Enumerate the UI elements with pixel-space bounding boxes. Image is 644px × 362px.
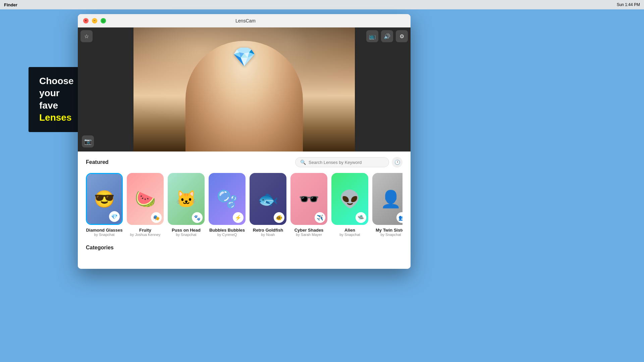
settings-icon: ⚙ bbox=[399, 33, 404, 40]
camera-preview-inner: 💎 bbox=[133, 27, 355, 152]
lens-name: Retro Goldfish bbox=[253, 228, 283, 233]
camera-preview: 💎 bbox=[133, 27, 355, 152]
lens-item[interactable]: 🐟🐠Retro Goldfishby Noah bbox=[250, 173, 286, 237]
window-controls: × − □ bbox=[83, 18, 106, 23]
history-button[interactable]: 🕐 bbox=[392, 157, 402, 168]
lens-name: Diamond Glasses bbox=[86, 228, 122, 233]
categories-title: Categories bbox=[86, 245, 402, 251]
menu-bar: Finder Sun 1:44 PM bbox=[0, 0, 644, 9]
lens-item[interactable]: 👤👥My Twin Sisterby Snapchat bbox=[372, 173, 402, 237]
lens-item[interactable]: 😎💎Diamond Glassesby Snapchat bbox=[86, 173, 123, 237]
lens-name: Puss on Head bbox=[172, 228, 201, 233]
featured-section: Featured 🔍 🕐 😎💎Diamond Glassesby Snapcha… bbox=[78, 152, 411, 269]
lens-thumbnail: 🐟🐠 bbox=[250, 173, 286, 225]
lens-thumbnail: 😎💎 bbox=[86, 173, 123, 225]
lens-author: by Snapchat bbox=[176, 233, 196, 237]
lens-author: by Joshua Kenney bbox=[130, 233, 161, 237]
search-input[interactable] bbox=[309, 160, 384, 165]
camera-area: ☆ 💎 📺 🔊 ⚙ 📷 bbox=[78, 27, 411, 152]
lens-name: My Twin Sister bbox=[376, 228, 402, 233]
menubar-time: Sun 1:44 PM bbox=[617, 2, 640, 7]
lens-author: by Snapchat bbox=[94, 233, 114, 237]
lens-item[interactable]: 🍉🎭Fruityby Joshua Kenney bbox=[127, 173, 164, 237]
search-area: 🔍 🕐 bbox=[295, 157, 402, 168]
camera-icon: 📷 bbox=[84, 138, 92, 145]
lens-thumbnail: 👤👥 bbox=[372, 173, 402, 225]
lens-thumbnail: 🐱🐾 bbox=[168, 173, 205, 225]
lens-item[interactable]: 🐱🐾Puss on Headby Snapchat bbox=[168, 173, 205, 237]
lens-thumbnail: 🫧⚡ bbox=[209, 173, 246, 225]
featured-title: Featured bbox=[86, 159, 109, 165]
lens-creator-avatar: 🎭 bbox=[151, 212, 162, 223]
lens-creator-avatar: ⚡ bbox=[233, 212, 244, 223]
lens-creator-avatar: 🐠 bbox=[274, 212, 284, 223]
lens-creator-avatar: 💎 bbox=[109, 211, 120, 222]
menu-bar-left: Finder bbox=[4, 2, 17, 7]
window-title: LensCam bbox=[235, 18, 256, 23]
history-icon: 🕐 bbox=[394, 160, 400, 165]
lens-name: Cyber Shades bbox=[294, 228, 324, 233]
title-bar: × − □ LensCam bbox=[78, 14, 411, 27]
lens-name: Bubbles Bubbles bbox=[209, 228, 245, 233]
lens-thumbnail: 🕶️✈️ bbox=[290, 173, 327, 225]
capture-button[interactable]: 📷 bbox=[82, 135, 94, 147]
volume-icon: 🔊 bbox=[384, 33, 390, 40]
lens-author: by Noah bbox=[261, 233, 275, 237]
maximize-button[interactable]: □ bbox=[101, 18, 106, 23]
lens-thumbnail: 👽🛸 bbox=[331, 173, 368, 225]
app-window: × − □ LensCam ☆ 💎 bbox=[78, 14, 411, 269]
search-box: 🔍 bbox=[295, 157, 389, 167]
lens-author: by Sarah Mayer bbox=[296, 233, 322, 237]
lens-name: Alien bbox=[344, 228, 355, 233]
settings-button[interactable]: ⚙ bbox=[396, 30, 408, 42]
lens-item[interactable]: 👽🛸Alienby Snapchat bbox=[331, 173, 368, 237]
close-button[interactable]: × bbox=[83, 18, 89, 23]
lens-author: by CyreneQ bbox=[217, 233, 237, 237]
lens-author: by Snapchat bbox=[380, 233, 401, 237]
lens-author: by Snapchat bbox=[339, 233, 360, 237]
finder-label: Finder bbox=[4, 2, 17, 7]
lens-item[interactable]: 🫧⚡Bubbles Bubblesby CyreneQ bbox=[209, 173, 246, 237]
star-icon: ☆ bbox=[84, 33, 89, 40]
lens-item[interactable]: 🕶️✈️Cyber Shadesby Sarah Mayer bbox=[290, 173, 327, 237]
glasses-overlay: 💎 bbox=[232, 46, 256, 68]
twitch-button[interactable]: 📺 bbox=[366, 30, 378, 42]
menu-bar-right: Sun 1:44 PM bbox=[617, 2, 640, 7]
favorite-button[interactable]: ☆ bbox=[80, 30, 93, 42]
featured-header: Featured 🔍 🕐 bbox=[86, 157, 402, 168]
twitch-icon: 📺 bbox=[369, 33, 376, 40]
toolbar-left: ☆ bbox=[80, 30, 93, 42]
lens-creator-avatar: ✈️ bbox=[315, 212, 325, 223]
lenses-grid: 😎💎Diamond Glassesby Snapchat🍉🎭Fruityby J… bbox=[86, 173, 402, 239]
volume-button[interactable]: 🔊 bbox=[381, 30, 393, 42]
search-icon: 🔍 bbox=[300, 160, 306, 165]
minimize-button[interactable]: − bbox=[92, 18, 97, 23]
lens-creator-avatar: 🐾 bbox=[192, 212, 203, 223]
lens-creator-avatar: 🛸 bbox=[356, 212, 366, 223]
toolbar-right: 📺 🔊 ⚙ bbox=[366, 30, 408, 42]
lens-name: Fruity bbox=[139, 228, 151, 233]
hero-highlight: Lenses bbox=[39, 112, 72, 123]
lens-thumbnail: 🍉🎭 bbox=[127, 173, 164, 225]
